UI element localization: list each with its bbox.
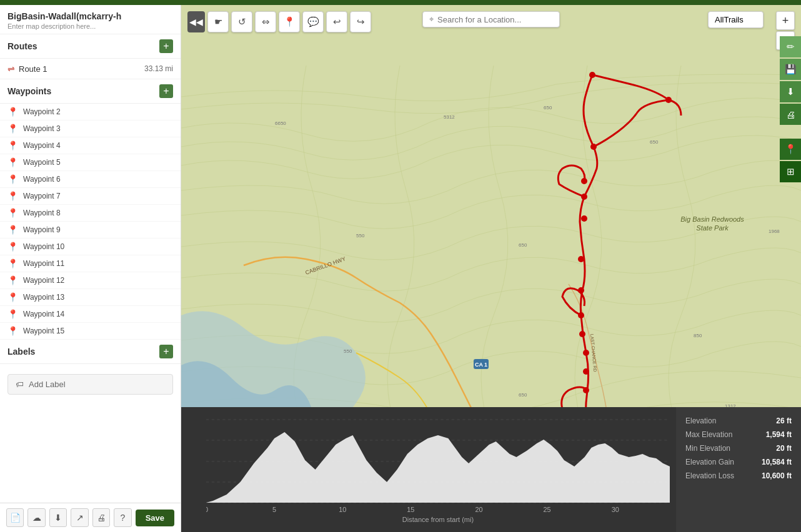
svg-point-25 xyxy=(578,256,584,262)
waypoint-item[interactable]: 📍Waypoint 11 xyxy=(0,255,181,272)
add-label-section-button[interactable]: + xyxy=(159,345,173,358)
waypoints-label: Waypoints xyxy=(7,86,51,96)
add-label-button[interactable]: 🏷 Add Label xyxy=(7,374,173,395)
search-bar: ⌖ xyxy=(422,11,560,27)
add-route-button[interactable]: + xyxy=(159,39,173,53)
elevation-loss-label: Elevation Loss xyxy=(685,471,734,480)
waypoint-pin-icon: 📍 xyxy=(7,242,18,252)
elevation-max-row: Max Elevation 1,594 ft xyxy=(685,430,792,439)
waypoint-item[interactable]: 📍Waypoint 9 xyxy=(0,222,181,239)
svg-point-21 xyxy=(590,144,597,150)
waypoint-pin-icon: 📍 xyxy=(7,292,18,302)
map-container: CABRILLO HWY LAST CHANCE RD CA 1 Big Bas… xyxy=(181,5,801,532)
routes-section-header: Routes + xyxy=(0,34,181,59)
trail-filter-container: AllTrails Hiking Running Cycling xyxy=(708,11,764,28)
add-waypoint-button[interactable]: + xyxy=(159,84,173,98)
min-elevation-value: 20 ft xyxy=(776,444,792,453)
waypoint-pin-icon: 📍 xyxy=(7,107,18,117)
route-back-tool-button[interactable]: ⇔ xyxy=(255,11,276,32)
labels-area: 🏷 Add Label xyxy=(0,364,181,400)
search-input[interactable] xyxy=(437,15,537,24)
waypoint-item[interactable]: 📍Waypoint 3 xyxy=(0,121,181,137)
waypoint-item[interactable]: 📍Waypoint 15 xyxy=(0,323,181,340)
undo-button[interactable]: ↩ xyxy=(326,11,347,32)
label-icon: 🏷 xyxy=(16,380,24,389)
elevation-panel: 1,500 1,000 500 0 0 5 10 15 20 25 30 xyxy=(181,407,801,532)
waypoint-item[interactable]: 📍Waypoint 5 xyxy=(0,154,181,171)
labels-label: Labels xyxy=(7,347,35,357)
waypoint-pin-icon: 📍 xyxy=(7,140,18,150)
layers-button[interactable]: ⊞ xyxy=(780,161,801,182)
print-map-button[interactable]: 🖨 xyxy=(780,104,801,125)
waypoint-pin-icon: 📍 xyxy=(7,208,18,218)
waypoints-section-header: Waypoints + xyxy=(0,79,181,104)
main-area: BigBasin-Wadall(mckarry-h Enter map desc… xyxy=(0,5,801,532)
waypoint-pin-icon: 📍 xyxy=(7,275,18,285)
help-button[interactable]: ? xyxy=(114,508,131,527)
edit-icon-button[interactable]: ✏ xyxy=(780,36,801,57)
svg-text:650: 650 xyxy=(519,392,527,398)
svg-text:5: 5 xyxy=(272,506,276,513)
add-label-text: Add Label xyxy=(29,380,66,389)
labels-section-header: Labels + xyxy=(0,340,181,364)
search-icon: ⌖ xyxy=(429,14,434,24)
download-map-button[interactable]: ⬇ xyxy=(780,81,801,102)
annotation-tool-button[interactable]: 💬 xyxy=(302,11,324,32)
cursor-tool-button[interactable]: ☛ xyxy=(207,11,229,32)
sidebar-header: BigBasin-Wadall(mckarry-h Enter map desc… xyxy=(0,5,181,34)
save-map-button[interactable]: 💾 xyxy=(780,59,801,80)
route-icon: ⇌ xyxy=(7,64,15,74)
max-elevation-value: 1,594 ft xyxy=(766,430,792,439)
elevation-chart-area: 1,500 1,000 500 0 0 5 10 15 20 25 30 xyxy=(181,407,676,532)
collapse-sidebar-button[interactable]: ◀◀ xyxy=(187,11,205,32)
route-item: ⇌ Route 1 33.13 mi xyxy=(0,59,181,79)
svg-text:550: 550 xyxy=(344,348,352,354)
new-map-button[interactable]: 📄 xyxy=(6,508,24,527)
waypoint-item[interactable]: 📍Waypoint 10 xyxy=(0,239,181,255)
save-button[interactable]: Save xyxy=(136,510,174,526)
waypoint-item[interactable]: 📍Waypoint 8 xyxy=(0,205,181,222)
download-button[interactable]: ⬇ xyxy=(49,508,67,527)
upload-button[interactable]: ☁ xyxy=(27,508,45,527)
elevation-label: Elevation xyxy=(685,416,716,425)
svg-point-19 xyxy=(589,72,595,78)
trail-filter-select[interactable]: AllTrails Hiking Running Cycling xyxy=(708,11,764,28)
elevation-info-panel: Elevation 26 ft Max Elevation 1,594 ft M… xyxy=(676,407,801,532)
right-side-panel: ✏ 💾 ⬇ 🖨 📍 ⊞ xyxy=(780,36,801,182)
waypoint-pin-icon: 📍 xyxy=(7,326,18,336)
waypoint-pin-icon: 📍 xyxy=(7,157,18,167)
waypoint-item[interactable]: 📍Waypoint 2 xyxy=(0,104,181,121)
redo-button[interactable]: ↪ xyxy=(350,11,371,32)
location-pin-button[interactable]: 📍 xyxy=(780,139,801,160)
elevation-current-row: Elevation 26 ft xyxy=(685,416,792,425)
svg-text:650: 650 xyxy=(544,105,552,111)
svg-text:0: 0 xyxy=(206,506,208,513)
waypoint-tool-button[interactable]: 📍 xyxy=(279,11,300,32)
waypoint-item[interactable]: 📍Waypoint 7 xyxy=(0,188,181,205)
zoom-in-button[interactable]: + xyxy=(776,11,795,30)
waypoint-item[interactable]: 📍Waypoint 12 xyxy=(0,272,181,289)
svg-point-20 xyxy=(665,97,672,103)
app-container: BigBasin-Wadall(mckarry-h Enter map desc… xyxy=(0,0,801,532)
elevation-gain-value: 10,584 ft xyxy=(762,458,792,466)
elevation-gain-row: Elevation Gain 10,584 ft xyxy=(685,458,792,466)
waypoint-item[interactable]: 📍Waypoint 13 xyxy=(0,289,181,306)
min-elevation-label: Min Elevation xyxy=(685,444,730,453)
route-out-tool-button[interactable]: ↺ xyxy=(231,11,252,32)
waypoint-item[interactable]: 📍Waypoint 4 xyxy=(0,137,181,154)
svg-text:20: 20 xyxy=(475,506,482,513)
svg-point-28 xyxy=(579,331,585,337)
svg-point-27 xyxy=(578,312,584,318)
map-title: BigBasin-Wadall(mckarry-h xyxy=(7,11,173,21)
waypoint-pin-icon: 📍 xyxy=(7,225,18,235)
waypoint-item[interactable]: 📍Waypoint 14 xyxy=(0,306,181,323)
routes-label: Routes xyxy=(7,41,37,51)
svg-point-31 xyxy=(583,387,589,393)
waypoint-item[interactable]: 📍Waypoint 6 xyxy=(0,171,181,188)
waypoint-pin-icon: 📍 xyxy=(7,309,18,319)
svg-text:550: 550 xyxy=(356,233,365,239)
svg-text:6650: 6650 xyxy=(275,121,286,126)
share-button[interactable]: ↗ xyxy=(71,508,88,527)
svg-text:5312: 5312 xyxy=(444,114,455,120)
print-button[interactable]: 🖨 xyxy=(92,508,110,527)
